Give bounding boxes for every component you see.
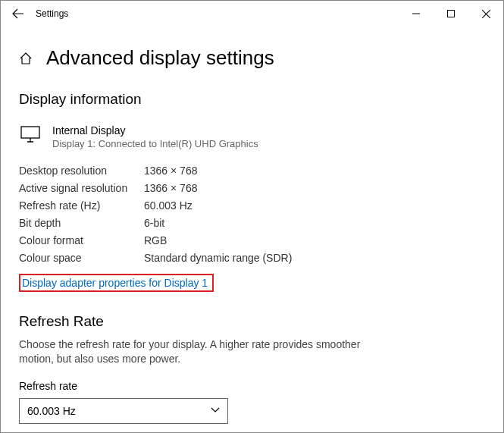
home-icon xyxy=(19,52,33,65)
label-colour-space: Colour space xyxy=(19,252,144,264)
value-colour-format: RGB xyxy=(144,234,167,246)
label-refresh-rate-hz: Refresh rate (Hz) xyxy=(19,199,144,212)
label-desktop-resolution: Desktop resolution xyxy=(19,165,144,177)
refresh-rate-selected: 60.003 Hz xyxy=(27,405,76,417)
display-info-heading: Display information xyxy=(19,91,485,108)
refresh-rate-heading: Refresh Rate xyxy=(19,313,485,330)
home-button[interactable] xyxy=(19,52,33,65)
row-bit-depth: Bit depth 6-bit xyxy=(19,217,485,229)
close-button[interactable] xyxy=(468,1,503,27)
svg-rect-1 xyxy=(21,127,39,138)
label-colour-format: Colour format xyxy=(19,234,144,246)
page-title: Advanced display settings xyxy=(46,46,274,70)
display-summary: Internal Display Display 1: Connected to… xyxy=(19,124,485,149)
row-desktop-resolution: Desktop resolution 1366 × 768 xyxy=(19,165,485,177)
row-colour-space: Colour space Standard dynamic range (SDR… xyxy=(19,252,485,264)
row-colour-format: Colour format RGB xyxy=(19,234,485,246)
adapter-properties-link[interactable]: Display adapter properties for Display 1 xyxy=(19,274,214,292)
value-active-signal-resolution: 1366 × 768 xyxy=(144,182,197,194)
display-connection: Display 1: Connected to Intel(R) UHD Gra… xyxy=(52,138,258,149)
row-active-signal-resolution: Active signal resolution 1366 × 768 xyxy=(19,182,485,194)
back-button[interactable] xyxy=(7,8,30,20)
value-colour-space: Standard dynamic range (SDR) xyxy=(144,252,292,264)
titlebar: Settings xyxy=(1,1,503,27)
window-title: Settings xyxy=(30,8,399,19)
window-controls xyxy=(399,1,503,27)
maximize-button[interactable] xyxy=(434,1,468,27)
svg-rect-0 xyxy=(448,11,455,17)
value-bit-depth: 6-bit xyxy=(144,217,164,229)
label-bit-depth: Bit depth xyxy=(19,217,144,229)
display-info-grid: Desktop resolution 1366 × 768 Active sig… xyxy=(19,165,485,264)
page-header: Advanced display settings xyxy=(19,46,485,70)
label-active-signal-resolution: Active signal resolution xyxy=(19,182,144,194)
chevron-down-icon xyxy=(211,406,220,415)
value-desktop-resolution: 1366 × 768 xyxy=(144,165,197,177)
display-name: Internal Display xyxy=(52,124,258,136)
content: Advanced display settings Display inform… xyxy=(1,27,503,424)
close-icon xyxy=(482,10,490,18)
minimize-button[interactable] xyxy=(399,1,434,27)
arrow-left-icon xyxy=(12,8,24,20)
maximize-icon xyxy=(447,10,455,17)
refresh-rate-description: Choose the refresh rate for your display… xyxy=(19,337,383,366)
monitor-icon xyxy=(19,124,42,149)
minimize-icon xyxy=(412,10,420,17)
row-refresh-rate-hz: Refresh rate (Hz) 60.003 Hz xyxy=(19,199,485,212)
display-summary-text: Internal Display Display 1: Connected to… xyxy=(52,124,258,149)
refresh-rate-field-label: Refresh rate xyxy=(19,380,485,392)
refresh-rate-dropdown[interactable]: 60.003 Hz xyxy=(19,398,228,424)
value-refresh-rate-hz: 60.003 Hz xyxy=(144,199,193,212)
